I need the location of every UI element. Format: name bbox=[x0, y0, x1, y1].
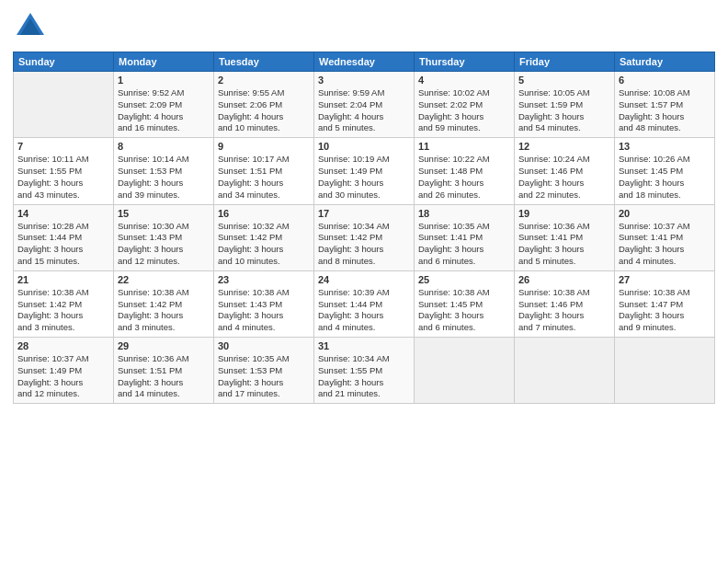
calendar-cell: 20Sunrise: 10:37 AM Sunset: 1:41 PM Dayl… bbox=[615, 204, 715, 270]
calendar-cell: 8Sunrise: 10:14 AM Sunset: 1:53 PM Dayli… bbox=[114, 138, 214, 204]
calendar-cell bbox=[515, 338, 615, 404]
calendar-cell bbox=[14, 72, 114, 138]
day-info: Sunrise: 10:22 AM Sunset: 1:48 PM Daylig… bbox=[418, 154, 510, 201]
calendar-cell: 3Sunrise: 9:59 AM Sunset: 2:04 PM Daylig… bbox=[314, 72, 415, 138]
day-info: Sunrise: 10:39 AM Sunset: 1:44 PM Daylig… bbox=[318, 287, 410, 334]
day-info: Sunrise: 10:35 AM Sunset: 1:53 PM Daylig… bbox=[218, 353, 310, 400]
day-number: 11 bbox=[418, 141, 510, 152]
calendar-cell: 28Sunrise: 10:37 AM Sunset: 1:49 PM Dayl… bbox=[14, 338, 114, 404]
day-number: 17 bbox=[318, 208, 410, 219]
day-info: Sunrise: 10:38 AM Sunset: 1:47 PM Daylig… bbox=[619, 287, 711, 334]
day-info: Sunrise: 10:38 AM Sunset: 1:45 PM Daylig… bbox=[418, 287, 510, 334]
calendar-cell: 5Sunrise: 10:05 AM Sunset: 1:59 PM Dayli… bbox=[515, 72, 615, 138]
day-number: 7 bbox=[17, 141, 109, 152]
day-number: 23 bbox=[218, 274, 310, 285]
calendar-cell: 13Sunrise: 10:26 AM Sunset: 1:45 PM Dayl… bbox=[615, 138, 715, 204]
day-info: Sunrise: 10:28 AM Sunset: 1:44 PM Daylig… bbox=[17, 221, 109, 268]
calendar-week-4: 21Sunrise: 10:38 AM Sunset: 1:42 PM Dayl… bbox=[14, 270, 715, 337]
calendar-cell: 27Sunrise: 10:38 AM Sunset: 1:47 PM Dayl… bbox=[615, 270, 715, 337]
calendar-header-sunday: Sunday bbox=[14, 52, 114, 72]
day-number: 26 bbox=[518, 274, 610, 285]
day-number: 31 bbox=[318, 340, 410, 351]
logo bbox=[13, 9, 48, 44]
day-info: Sunrise: 10:38 AM Sunset: 1:42 PM Daylig… bbox=[17, 287, 109, 334]
calendar-cell: 30Sunrise: 10:35 AM Sunset: 1:53 PM Dayl… bbox=[214, 338, 314, 404]
day-number: 20 bbox=[619, 208, 711, 219]
day-number: 19 bbox=[518, 208, 610, 219]
day-info: Sunrise: 10:02 AM Sunset: 2:02 PM Daylig… bbox=[418, 87, 510, 134]
day-info: Sunrise: 9:55 AM Sunset: 2:06 PM Dayligh… bbox=[218, 87, 310, 134]
calendar-header-wednesday: Wednesday bbox=[314, 52, 415, 72]
day-info: Sunrise: 10:11 AM Sunset: 1:55 PM Daylig… bbox=[17, 154, 109, 201]
calendar-table: SundayMondayTuesdayWednesdayThursdayFrid… bbox=[13, 52, 715, 404]
calendar-cell: 21Sunrise: 10:38 AM Sunset: 1:42 PM Dayl… bbox=[14, 270, 114, 337]
day-info: Sunrise: 10:36 AM Sunset: 1:41 PM Daylig… bbox=[518, 221, 610, 268]
day-number: 6 bbox=[619, 75, 711, 86]
calendar-cell bbox=[415, 338, 515, 404]
day-number: 25 bbox=[418, 274, 510, 285]
day-number: 8 bbox=[118, 141, 210, 152]
calendar-header-monday: Monday bbox=[114, 52, 214, 72]
day-info: Sunrise: 10:34 AM Sunset: 1:42 PM Daylig… bbox=[318, 221, 410, 268]
calendar-week-1: 1Sunrise: 9:52 AM Sunset: 2:09 PM Daylig… bbox=[14, 72, 715, 138]
day-info: Sunrise: 10:37 AM Sunset: 1:49 PM Daylig… bbox=[17, 353, 109, 400]
calendar-cell: 6Sunrise: 10:08 AM Sunset: 1:57 PM Dayli… bbox=[615, 72, 715, 138]
calendar-cell: 29Sunrise: 10:36 AM Sunset: 1:51 PM Dayl… bbox=[114, 338, 214, 404]
day-info: Sunrise: 10:38 AM Sunset: 1:43 PM Daylig… bbox=[218, 287, 310, 334]
logo-icon bbox=[13, 9, 48, 44]
calendar-cell: 7Sunrise: 10:11 AM Sunset: 1:55 PM Dayli… bbox=[14, 138, 114, 204]
day-info: Sunrise: 10:38 AM Sunset: 1:42 PM Daylig… bbox=[118, 287, 210, 334]
calendar-week-2: 7Sunrise: 10:11 AM Sunset: 1:55 PM Dayli… bbox=[14, 138, 715, 204]
calendar-cell: 14Sunrise: 10:28 AM Sunset: 1:44 PM Dayl… bbox=[14, 204, 114, 270]
day-info: Sunrise: 10:05 AM Sunset: 1:59 PM Daylig… bbox=[518, 87, 610, 134]
day-number: 3 bbox=[318, 75, 410, 86]
calendar-cell: 25Sunrise: 10:38 AM Sunset: 1:45 PM Dayl… bbox=[415, 270, 515, 337]
calendar-header-row: SundayMondayTuesdayWednesdayThursdayFrid… bbox=[14, 52, 715, 72]
day-info: Sunrise: 10:08 AM Sunset: 1:57 PM Daylig… bbox=[619, 87, 711, 134]
calendar-cell: 17Sunrise: 10:34 AM Sunset: 1:42 PM Dayl… bbox=[314, 204, 415, 270]
day-number: 10 bbox=[318, 141, 410, 152]
calendar-week-3: 14Sunrise: 10:28 AM Sunset: 1:44 PM Dayl… bbox=[14, 204, 715, 270]
day-number: 14 bbox=[17, 208, 109, 219]
calendar-cell: 24Sunrise: 10:39 AM Sunset: 1:44 PM Dayl… bbox=[314, 270, 415, 337]
day-info: Sunrise: 10:26 AM Sunset: 1:45 PM Daylig… bbox=[619, 154, 711, 201]
day-number: 16 bbox=[218, 208, 310, 219]
day-info: Sunrise: 9:59 AM Sunset: 2:04 PM Dayligh… bbox=[318, 87, 410, 134]
day-number: 27 bbox=[619, 274, 711, 285]
calendar-cell: 19Sunrise: 10:36 AM Sunset: 1:41 PM Dayl… bbox=[515, 204, 615, 270]
calendar-week-5: 28Sunrise: 10:37 AM Sunset: 1:49 PM Dayl… bbox=[14, 338, 715, 404]
day-number: 22 bbox=[118, 274, 210, 285]
day-number: 5 bbox=[518, 75, 610, 86]
day-number: 1 bbox=[118, 75, 210, 86]
calendar-cell: 31Sunrise: 10:34 AM Sunset: 1:55 PM Dayl… bbox=[314, 338, 415, 404]
day-info: Sunrise: 10:19 AM Sunset: 1:49 PM Daylig… bbox=[318, 154, 410, 201]
day-info: Sunrise: 10:24 AM Sunset: 1:46 PM Daylig… bbox=[518, 154, 610, 201]
day-number: 15 bbox=[118, 208, 210, 219]
calendar-cell: 11Sunrise: 10:22 AM Sunset: 1:48 PM Dayl… bbox=[415, 138, 515, 204]
calendar-cell: 16Sunrise: 10:32 AM Sunset: 1:42 PM Dayl… bbox=[214, 204, 314, 270]
day-number: 9 bbox=[218, 141, 310, 152]
calendar-cell: 10Sunrise: 10:19 AM Sunset: 1:49 PM Dayl… bbox=[314, 138, 415, 204]
day-info: Sunrise: 10:14 AM Sunset: 1:53 PM Daylig… bbox=[118, 154, 210, 201]
calendar-cell: 9Sunrise: 10:17 AM Sunset: 1:51 PM Dayli… bbox=[214, 138, 314, 204]
calendar-cell: 18Sunrise: 10:35 AM Sunset: 1:41 PM Dayl… bbox=[415, 204, 515, 270]
calendar-cell: 26Sunrise: 10:38 AM Sunset: 1:46 PM Dayl… bbox=[515, 270, 615, 337]
calendar-header-friday: Friday bbox=[515, 52, 615, 72]
calendar-cell: 12Sunrise: 10:24 AM Sunset: 1:46 PM Dayl… bbox=[515, 138, 615, 204]
day-number: 28 bbox=[17, 340, 109, 351]
day-info: Sunrise: 10:17 AM Sunset: 1:51 PM Daylig… bbox=[218, 154, 310, 201]
calendar-cell: 1Sunrise: 9:52 AM Sunset: 2:09 PM Daylig… bbox=[114, 72, 214, 138]
day-info: Sunrise: 10:38 AM Sunset: 1:46 PM Daylig… bbox=[518, 287, 610, 334]
day-info: Sunrise: 10:35 AM Sunset: 1:41 PM Daylig… bbox=[418, 221, 510, 268]
calendar-header-saturday: Saturday bbox=[615, 52, 715, 72]
day-info: Sunrise: 9:52 AM Sunset: 2:09 PM Dayligh… bbox=[118, 87, 210, 134]
day-info: Sunrise: 10:37 AM Sunset: 1:41 PM Daylig… bbox=[619, 221, 711, 268]
day-number: 21 bbox=[17, 274, 109, 285]
calendar-cell: 23Sunrise: 10:38 AM Sunset: 1:43 PM Dayl… bbox=[214, 270, 314, 337]
day-info: Sunrise: 10:32 AM Sunset: 1:42 PM Daylig… bbox=[218, 221, 310, 268]
page-header bbox=[13, 9, 715, 44]
day-info: Sunrise: 10:34 AM Sunset: 1:55 PM Daylig… bbox=[318, 353, 410, 400]
day-number: 24 bbox=[318, 274, 410, 285]
day-number: 13 bbox=[619, 141, 711, 152]
calendar-header-thursday: Thursday bbox=[415, 52, 515, 72]
